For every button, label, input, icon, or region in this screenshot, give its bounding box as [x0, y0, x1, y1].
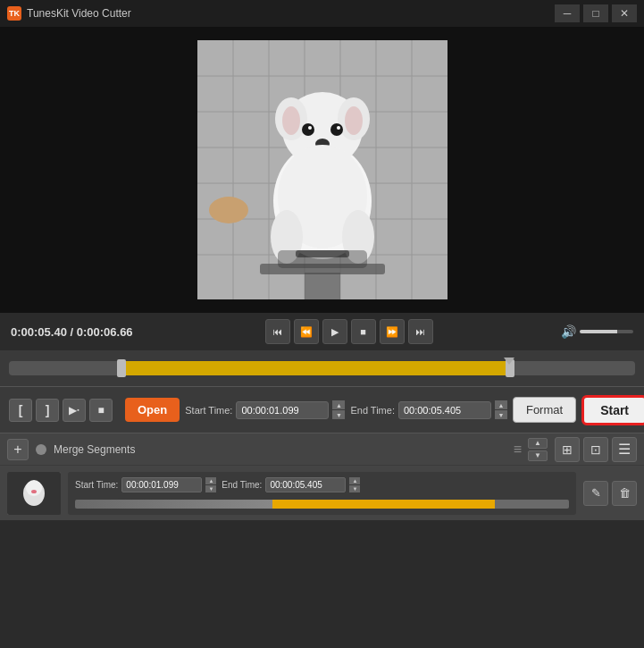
trim-icons: [ ] ▶▪ ■	[9, 399, 113, 422]
seg-start-input[interactable]	[121, 477, 202, 492]
seg-end-spinner: ▲ ▼	[349, 477, 360, 492]
open-button[interactable]: Open	[125, 398, 180, 422]
end-time-down[interactable]: ▼	[495, 410, 507, 419]
add-segment-button[interactable]: +	[7, 439, 29, 460]
start-time-group: Start Time: ▲ ▼	[185, 400, 345, 419]
seg-end-group: End Time: ▲ ▼	[222, 477, 360, 492]
seg-end-label: End Time:	[222, 480, 262, 490]
volume-slider[interactable]	[580, 330, 633, 333]
stop-trim-button[interactable]: ■	[89, 399, 113, 422]
end-time-label: End Time:	[350, 405, 395, 416]
end-time-group: End Time: ▲ ▼	[350, 400, 507, 419]
video-preview	[197, 40, 447, 299]
start-time-label: Start Time:	[185, 405, 232, 416]
segment-thumbnail	[7, 472, 61, 515]
svg-point-37	[26, 480, 42, 496]
seg-start-label: Start Time:	[75, 480, 118, 490]
stop-button[interactable]: ■	[351, 319, 376, 344]
qr-tool-button[interactable]: ⊞	[555, 437, 580, 462]
start-time-down[interactable]: ▼	[332, 410, 345, 419]
timeline-pointer[interactable]	[504, 358, 514, 379]
trim-bar: [ ] ▶▪ ■ Open Start Time: ▲ ▼ End Time: …	[0, 386, 644, 433]
segment-content: Start Time: ▲ ▼ End Time: ▲ ▼	[68, 472, 576, 515]
title-controls: ─ □ ✕	[555, 4, 637, 22]
seg-start-group: Start Time: ▲ ▼	[75, 477, 216, 492]
segment-thumb-preview	[7, 472, 61, 515]
video-frame	[197, 40, 447, 299]
app-title: TunesKit Video Cutter	[27, 7, 131, 20]
preview-trim-button[interactable]: ▶▪	[63, 399, 86, 422]
start-time-input[interactable]	[236, 401, 329, 419]
volume-icon: 🔊	[561, 324, 576, 339]
end-time-input[interactable]	[398, 401, 491, 419]
svg-rect-31	[305, 273, 340, 299]
frame-backward-button[interactable]: ⏮	[265, 319, 290, 344]
start-button[interactable]: Start	[581, 395, 644, 425]
svg-point-20	[302, 123, 314, 136]
timeline-track[interactable]	[9, 361, 635, 375]
seg-end-up[interactable]: ▲	[349, 477, 360, 484]
segment-time-controls: Start Time: ▲ ▼ End Time: ▲ ▼	[75, 477, 569, 492]
app-icon: TK	[7, 6, 21, 21]
title-bar: TK TunesKit Video Cutter ─ □ ✕	[0, 0, 644, 27]
timeline-area[interactable]	[0, 350, 644, 386]
controls-bar: 0:00:05.40 / 0:00:06.66 ⏮ ⏪ ▶ ■ ⏩ ⏭ 🔊	[0, 313, 644, 350]
seg-start-down[interactable]: ▼	[205, 485, 216, 492]
timeline-progress	[121, 361, 510, 375]
minimize-button[interactable]: ─	[555, 4, 580, 22]
segment-thumb-image	[7, 472, 61, 515]
merge-segments-label: Merge Segments	[54, 443, 135, 456]
end-time-spinner: ▲ ▼	[495, 400, 507, 419]
segment-order-controls: ▲ ▼	[528, 438, 548, 461]
start-time-spinner: ▲ ▼	[332, 400, 345, 419]
play-button[interactable]: ▶	[322, 319, 347, 344]
trim-right-button[interactable]: ]	[36, 399, 59, 422]
volume-area: 🔊	[544, 324, 633, 339]
segment-tools: ⊞ ⊡ ☰	[555, 437, 637, 462]
playback-controls: ⏮ ⏪ ▶ ■ ⏩ ⏭	[265, 319, 433, 344]
segment-indicator	[36, 444, 46, 455]
trim-left-button[interactable]: [	[9, 399, 32, 422]
start-time-up[interactable]: ▲	[332, 400, 345, 409]
close-button[interactable]: ✕	[612, 4, 637, 22]
title-left: TK TunesKit Video Cutter	[7, 6, 131, 21]
svg-point-19	[345, 106, 363, 135]
segment-up-button[interactable]: ▲	[528, 438, 548, 449]
svg-point-23	[337, 126, 340, 130]
seg-start-up[interactable]: ▲	[205, 477, 216, 484]
seg-start-spinner: ▲ ▼	[205, 477, 216, 492]
step-forward-button[interactable]: ⏩	[380, 319, 405, 344]
video-area	[0, 27, 644, 313]
step-backward-button[interactable]: ⏪	[294, 319, 319, 344]
segment-down-button[interactable]: ▼	[528, 450, 548, 461]
seg-end-down[interactable]: ▼	[349, 485, 360, 492]
capture-tool-button[interactable]: ⊡	[583, 437, 608, 462]
frame-forward-button[interactable]: ⏭	[408, 319, 433, 344]
timeline-handle-left[interactable]	[117, 359, 126, 377]
end-time-up[interactable]: ▲	[495, 400, 507, 409]
list-tool-button[interactable]: ☰	[612, 437, 637, 462]
segment-bar: + Merge Segments ≡ ▲ ▼ ⊞ ⊡ ☰	[0, 433, 644, 465]
svg-point-40	[31, 490, 37, 493]
svg-point-34	[209, 197, 248, 223]
svg-rect-33	[296, 250, 349, 257]
drag-handle-icon: ≡	[514, 442, 521, 458]
svg-point-21	[330, 123, 343, 136]
segment-actions: ✎ 🗑	[583, 481, 637, 506]
time-display: 0:00:05.40 / 0:00:06.66	[11, 325, 154, 339]
restore-button[interactable]: □	[583, 4, 608, 22]
format-button[interactable]: Format	[513, 397, 576, 423]
segment-delete-button[interactable]: 🗑	[612, 481, 637, 506]
seg-end-input[interactable]	[265, 477, 346, 492]
segment-row: Start Time: ▲ ▼ End Time: ▲ ▼ ✎ 🗑	[0, 465, 644, 520]
segment-timeline-bar	[75, 500, 569, 509]
segment-edit-button[interactable]: ✎	[583, 481, 608, 506]
svg-point-18	[282, 106, 300, 135]
svg-point-22	[308, 126, 312, 130]
